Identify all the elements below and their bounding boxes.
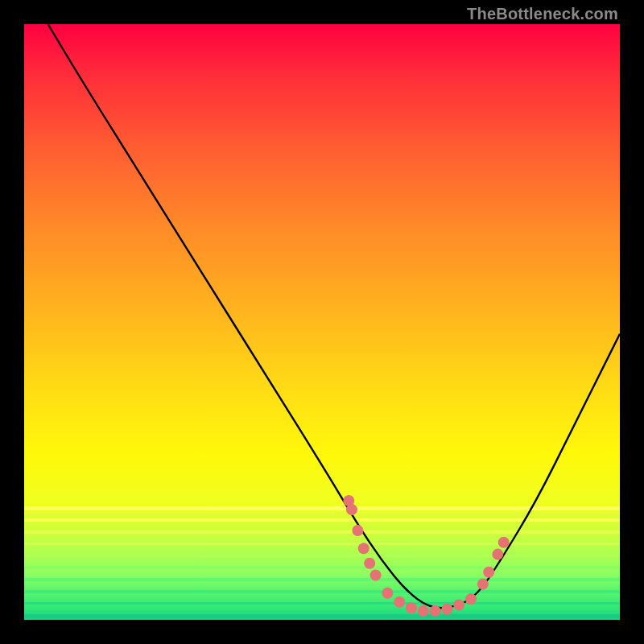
chart-frame: TheBottleneck.com [0, 0, 644, 644]
chart-svg [24, 24, 620, 620]
data-point [430, 605, 441, 617]
data-point [453, 599, 464, 610]
data-point [465, 593, 477, 605]
data-point [394, 597, 405, 608]
data-point [358, 543, 369, 554]
data-point [406, 602, 417, 613]
data-point [483, 567, 494, 578]
data-point [441, 604, 452, 615]
data-point [364, 558, 375, 569]
data-point [492, 549, 503, 560]
data-point [418, 605, 429, 617]
data-point [382, 588, 393, 599]
plot-area [24, 24, 620, 620]
data-point [352, 525, 363, 536]
data-point [370, 569, 382, 580]
data-point [477, 579, 489, 590]
curve-line [48, 24, 620, 608]
data-point [346, 504, 357, 515]
data-points [343, 495, 509, 617]
watermark-text: TheBottleneck.com [467, 5, 618, 23]
data-point [498, 537, 510, 548]
